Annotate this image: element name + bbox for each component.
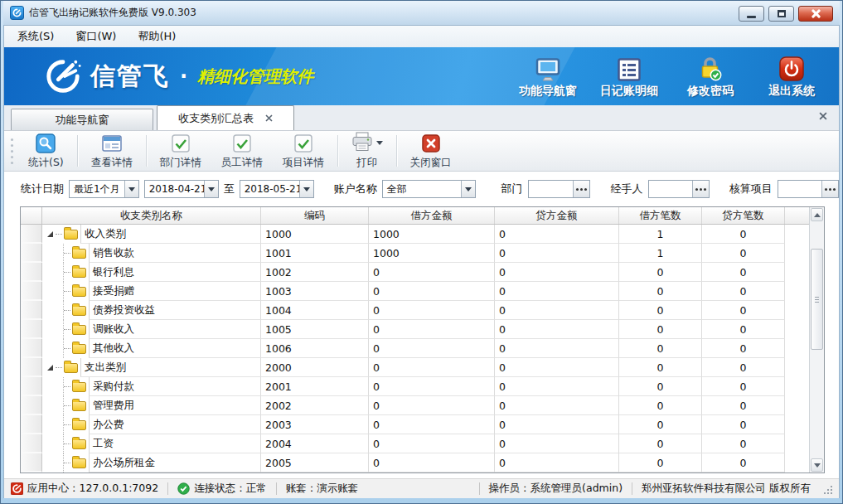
header-credit-amount[interactable]: 贷方金额	[495, 207, 619, 224]
scrollbar-thumb[interactable]	[811, 249, 823, 350]
tab-nav-window[interactable]: 功能导航窗	[11, 109, 153, 130]
table-row[interactable]: 办公场所租金 2005 0 0 0 0	[21, 453, 809, 472]
header-credit-count[interactable]: 贷方笔数	[702, 207, 785, 224]
table-row[interactable]: 银行利息 1002 0 0 0 0	[21, 263, 809, 282]
journal-detail-button[interactable]: 日记账明细	[595, 55, 663, 99]
row-selector[interactable]	[21, 244, 42, 263]
header-category[interactable]: 收支类别名称	[42, 207, 261, 224]
toolbar-separator	[396, 135, 397, 167]
status-operator: 操作员：系统管理员(admin)	[489, 482, 623, 496]
tree-stub	[64, 386, 70, 387]
toolbar-grip[interactable]	[11, 150, 13, 153]
scroll-down-icon[interactable]	[811, 458, 823, 472]
scroll-up-icon[interactable]	[811, 208, 823, 221]
ellipsis-icon[interactable]	[573, 181, 589, 197]
table-row[interactable]: 接受捐赠 1003 0 0 0 0	[21, 282, 809, 301]
ellipsis-icon[interactable]	[821, 181, 838, 197]
table-row[interactable]: 采购付款 2001 0 0 0 0	[21, 377, 809, 396]
close-window-button[interactable]: 关闭窗口	[400, 130, 462, 172]
tree-stub	[64, 253, 70, 254]
department-field[interactable]	[528, 180, 591, 198]
toolbar: 统计(S) 查看详情	[4, 130, 839, 172]
header-debit-amount[interactable]: 借方金额	[369, 207, 495, 224]
close-red-icon	[422, 133, 440, 154]
tabstrip-close-icon[interactable]	[819, 111, 827, 123]
menu-help[interactable]: 帮助(H)	[133, 27, 181, 46]
row-selector[interactable]	[21, 282, 42, 301]
statistics-button[interactable]: 统计(S)	[18, 130, 74, 172]
project-detail-button[interactable]: 项目详情	[273, 130, 334, 172]
row-selector[interactable]	[21, 225, 42, 244]
grid-header: 收支类别名称 编码 借方金额 贷方金额 借方笔数 贷方笔数	[21, 207, 809, 225]
row-selector[interactable]	[21, 301, 42, 320]
toolbar-separator	[146, 135, 147, 167]
row-selector[interactable]	[21, 434, 42, 453]
tree-expand-icon[interactable]	[47, 365, 53, 371]
account-filter-label: 账户名称	[334, 182, 377, 196]
table-row[interactable]: 收入类别 1000 1000 0 1 0	[21, 225, 809, 244]
view-detail-button[interactable]: 查看详情	[81, 130, 143, 172]
change-password-button[interactable]: 修改密码	[676, 55, 744, 99]
status-account-set: 账套：演示账套	[286, 482, 359, 496]
table-row[interactable]: 支出类别 2000 0 0 0 0	[21, 358, 809, 377]
row-selector[interactable]	[21, 358, 42, 377]
nav-window-button[interactable]: 功能导航窗	[514, 55, 582, 99]
print-dropdown-icon[interactable]	[376, 141, 383, 145]
header-code[interactable]: 编码	[261, 207, 369, 224]
category-name: 办公场所租金	[93, 456, 155, 470]
connection-ok-icon	[177, 482, 190, 495]
chevron-down-icon[interactable]	[204, 181, 218, 197]
vertical-scrollbar[interactable]	[809, 207, 824, 472]
department-detail-button[interactable]: 部门详情	[150, 130, 211, 172]
tab-close-icon[interactable]	[265, 114, 273, 122]
date-preset-combo[interactable]: 最近1个月	[69, 180, 139, 198]
credit-count-cell: 0	[702, 434, 785, 453]
row-selector[interactable]	[21, 339, 42, 358]
debit-amount-cell: 0	[369, 358, 495, 377]
category-name: 调账收入	[93, 322, 134, 337]
close-button[interactable]	[798, 6, 833, 22]
table-row[interactable]: 管理费用 2002 0 0 0 0	[21, 396, 809, 415]
tree-expand-icon[interactable]	[47, 231, 53, 237]
ellipsis-icon[interactable]	[692, 181, 709, 197]
credit-amount-cell: 0	[495, 339, 619, 358]
row-selector[interactable]	[21, 263, 42, 282]
date-from-combo[interactable]: 2018-04-21	[144, 180, 219, 198]
header-debit-count[interactable]: 借方笔数	[619, 207, 702, 224]
lock-check-icon	[699, 55, 722, 81]
table-row[interactable]: 办公费 2003 0 0 0 0	[21, 415, 809, 434]
print-button[interactable]: 打印	[342, 130, 393, 172]
date-to-combo[interactable]: 2018-05-21	[240, 180, 314, 198]
maximize-button[interactable]	[768, 6, 794, 22]
table-row[interactable]: 其他收入 1006 0 0 0 0	[21, 339, 809, 358]
exit-system-button[interactable]: 退出系统	[758, 55, 826, 99]
row-selector[interactable]	[21, 415, 42, 434]
credit-count-cell: 0	[702, 339, 785, 358]
project-field[interactable]	[778, 180, 839, 198]
row-selector[interactable]	[21, 396, 42, 415]
employee-detail-button[interactable]: 员工详情	[211, 130, 273, 172]
table-row[interactable]: 调账收入 1005 0 0 0 0	[21, 320, 809, 339]
row-selector[interactable]	[21, 320, 42, 339]
tree-stub	[64, 424, 70, 425]
account-combo[interactable]: 全部	[382, 180, 476, 198]
chevron-down-icon[interactable]	[124, 181, 138, 197]
row-selector[interactable]	[21, 377, 42, 396]
handler-field[interactable]	[648, 180, 710, 198]
row-selector[interactable]	[21, 453, 42, 472]
table-row[interactable]: 销售收款 1001 1000 0 1 0	[21, 244, 809, 263]
tab-summary-report[interactable]: 收支类别汇总表	[157, 105, 294, 130]
folder-icon	[64, 363, 78, 373]
minimize-button[interactable]	[739, 6, 764, 22]
chevron-down-icon[interactable]	[299, 181, 313, 197]
menu-window[interactable]: 窗口(W)	[70, 27, 121, 46]
folder-icon	[72, 458, 86, 468]
app-logo-small-icon	[11, 482, 23, 495]
menu-system[interactable]: 系统(S)	[12, 27, 59, 46]
chevron-down-icon[interactable]	[461, 181, 475, 197]
table-row[interactable]: 债券投资收益 1004 0 0 0 0	[21, 301, 809, 320]
resize-grip[interactable]	[822, 484, 832, 494]
table-row[interactable]: 工资 2004 0 0 0 0	[21, 434, 809, 453]
debit-amount-cell: 0	[369, 377, 495, 396]
row-filler	[785, 282, 809, 301]
